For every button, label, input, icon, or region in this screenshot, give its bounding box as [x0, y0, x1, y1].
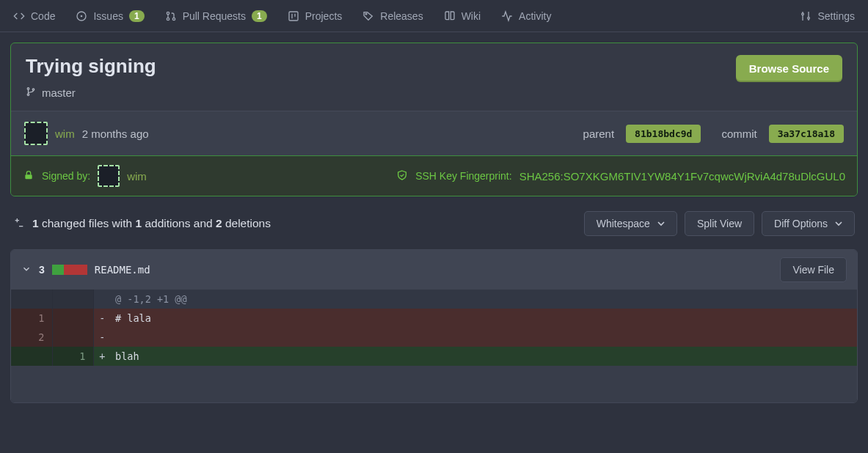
shield-icon: [396, 169, 408, 183]
svg-point-9: [802, 13, 804, 15]
diff-options-dropdown[interactable]: Diff Options: [762, 211, 855, 236]
svg-point-1: [81, 15, 83, 17]
tab-pull-requests[interactable]: Pull Requests 1: [165, 10, 267, 22]
svg-point-17: [32, 89, 34, 91]
change-count: 3: [39, 264, 45, 276]
activity-icon: [501, 10, 513, 22]
diff-line-deleted: 1 - # lala: [11, 309, 857, 328]
project-icon: [288, 10, 299, 22]
tab-projects[interactable]: Projects: [288, 10, 343, 22]
diff-line-added: 1 + blah: [11, 347, 857, 366]
author-link[interactable]: wim: [55, 128, 75, 140]
svg-point-16: [27, 94, 29, 96]
tag-icon: [362, 10, 374, 22]
settings-icon: [800, 10, 812, 22]
diffstat-bar: [52, 265, 87, 275]
tab-label: Wiki: [462, 10, 481, 22]
signed-author[interactable]: wim: [127, 170, 147, 183]
svg-point-15: [27, 88, 29, 90]
svg-point-12: [808, 17, 810, 19]
avatar[interactable]: [98, 165, 120, 187]
tab-releases[interactable]: Releases: [362, 10, 423, 22]
chevron-down-icon: [657, 220, 665, 227]
fingerprint-label: SSH Key Fingerprint:: [415, 170, 512, 182]
tab-wiki[interactable]: Wiki: [444, 10, 481, 22]
diff-table: @ -1,2 +1 @@ 1 - # lala 2 - 1 + blah: [11, 290, 857, 402]
tab-code[interactable]: Code: [13, 10, 55, 22]
chevron-down-icon: [835, 220, 842, 227]
avatar[interactable]: [24, 122, 48, 145]
diff-summary: 1 changed files with 1 additions and 2 d…: [32, 217, 271, 230]
signature-row: Signed by: wim SSH Key Fingerprint: SHA2…: [11, 155, 857, 196]
svg-point-4: [172, 18, 175, 20]
browse-source-button[interactable]: Browse Source: [736, 55, 842, 82]
svg-rect-5: [289, 12, 298, 21]
tab-activity[interactable]: Activity: [501, 10, 551, 22]
branch-name[interactable]: master: [42, 86, 76, 99]
parent-label: parent: [583, 128, 615, 140]
prs-badge: 1: [252, 10, 267, 22]
lock-icon: [23, 169, 34, 183]
issue-icon: [76, 10, 87, 22]
svg-point-8: [365, 13, 367, 15]
tab-label: Issues: [93, 10, 123, 22]
svg-point-3: [167, 18, 169, 20]
tab-label: Releases: [380, 10, 423, 22]
commit-box: Trying signing master Browse Source wim …: [10, 43, 858, 196]
tab-label: Settings: [817, 10, 855, 22]
tab-label: Activity: [519, 10, 551, 22]
collapse-toggle[interactable]: [21, 264, 32, 276]
diff-icon: [13, 217, 25, 231]
file-diff: 3 README.md View File @ -1,2 +1 @@ 1 - #…: [10, 249, 858, 403]
tab-label: Pull Requests: [183, 10, 246, 22]
tab-settings[interactable]: Settings: [800, 10, 855, 22]
whitespace-dropdown[interactable]: Whitespace: [584, 211, 677, 236]
book-icon: [444, 10, 456, 22]
signed-by-label: Signed by:: [42, 170, 90, 182]
branch-icon: [26, 86, 36, 99]
tab-label: Projects: [305, 10, 343, 22]
svg-rect-18: [25, 174, 32, 179]
commit-time: 2 months ago: [82, 128, 149, 140]
tab-issues[interactable]: Issues 1: [76, 10, 144, 22]
issues-badge: 1: [129, 10, 145, 22]
fingerprint-value: SHA256:SO7XKGM6TIV1YW84Y1Fv7cqwcWjRviA4d…: [519, 170, 845, 183]
view-file-button[interactable]: View File: [780, 257, 847, 282]
code-icon: [13, 10, 25, 22]
parent-sha[interactable]: 81b18bdc9d: [626, 125, 701, 143]
git-pull-request-icon: [165, 10, 177, 22]
svg-point-2: [167, 12, 169, 14]
commit-label: commit: [721, 128, 756, 140]
repo-tabs: Code Issues 1 Pull Requests 1 Projects R…: [0, 0, 868, 32]
hunk-header: @ -1,2 +1 @@: [11, 290, 857, 309]
diff-line-deleted: 2 -: [11, 328, 857, 347]
commit-title: Trying signing: [26, 55, 156, 78]
tab-label: Code: [31, 10, 55, 22]
split-view-button[interactable]: Split View: [685, 211, 754, 236]
file-name[interactable]: README.md: [95, 264, 150, 276]
commit-sha[interactable]: 3a37c18a18: [769, 125, 844, 143]
